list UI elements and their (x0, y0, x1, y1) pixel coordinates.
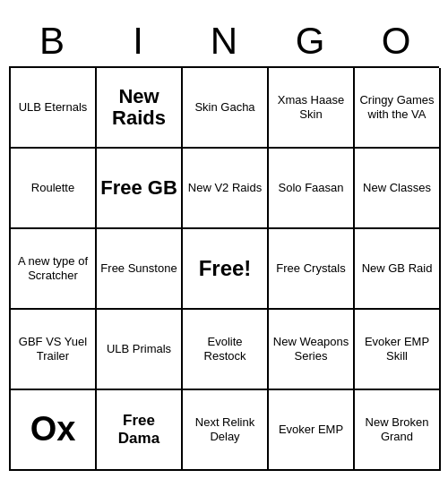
bingo-cell-11: Free Sunstone (97, 229, 183, 310)
bingo-cell-16: ULB Primals (97, 310, 183, 390)
cell-text-6: Free GB (100, 177, 177, 199)
bingo-cell-24: New Broken Grand (355, 390, 441, 471)
cell-text-3: Xmas Haase Skin (272, 93, 349, 121)
bingo-card: BINGO ULB EternalsNew RaidsSkin GachaXma… (9, 16, 439, 471)
bingo-cell-17: Evolite Restock (183, 310, 269, 390)
cell-text-15: GBF VS Yuel Trailer (14, 335, 91, 363)
bingo-cell-15: GBF VS Yuel Trailer (11, 310, 97, 390)
bingo-cell-10: A new type of Scratcher (11, 229, 97, 310)
cell-text-2: Skin Gacha (194, 100, 254, 115)
bingo-cell-14: New GB Raid (355, 229, 441, 310)
bingo-cell-1: New Raids (97, 68, 183, 149)
bingo-cell-4: Cringy Games with the VA (355, 68, 441, 149)
bingo-cell-0: ULB Eternals (11, 68, 97, 149)
bingo-cell-7: New V2 Raids (183, 149, 269, 229)
cell-text-9: New Classes (363, 181, 431, 195)
cell-text-11: Free Sunstone (100, 261, 177, 276)
bingo-header: BINGO (9, 16, 439, 66)
bingo-cell-12: Free! (183, 229, 269, 310)
cell-text-7: New V2 Raids (188, 181, 262, 195)
cell-text-0: ULB Eternals (19, 100, 88, 115)
cell-text-22: Next Relink Delay (186, 415, 263, 443)
bingo-cell-2: Skin Gacha (183, 68, 269, 149)
bingo-cell-6: Free GB (97, 149, 183, 229)
cell-text-18: New Weapons Series (272, 335, 349, 363)
bingo-cell-22: Next Relink Delay (183, 390, 269, 471)
bingo-letter-b: B (13, 20, 91, 63)
bingo-grid: ULB EternalsNew RaidsSkin GachaXmas Haas… (9, 66, 439, 471)
cell-text-20: Ox (30, 409, 76, 450)
cell-text-5: Roulette (31, 181, 74, 195)
bingo-cell-18: New Weapons Series (269, 310, 355, 390)
cell-text-16: ULB Primals (107, 342, 171, 356)
cell-text-23: Evoker EMP (279, 423, 343, 437)
bingo-cell-21: Free Dama (97, 390, 183, 471)
bingo-cell-13: Free Crystals (269, 229, 355, 310)
cell-text-19: Evoker EMP Skill (358, 335, 435, 363)
bingo-letter-n: N (185, 20, 263, 63)
cell-text-12: Free! (199, 256, 252, 282)
cell-text-10: A new type of Scratcher (14, 254, 91, 282)
cell-text-13: Free Crystals (276, 261, 345, 276)
bingo-letter-i: I (99, 20, 177, 63)
cell-text-17: Evolite Restock (186, 335, 263, 363)
cell-text-8: Solo Faasan (279, 181, 344, 195)
bingo-cell-8: Solo Faasan (269, 149, 355, 229)
bingo-cell-3: Xmas Haase Skin (269, 68, 355, 149)
bingo-cell-9: New Classes (355, 149, 441, 229)
bingo-letter-o: O (357, 20, 435, 63)
bingo-cell-20: Ox (11, 390, 97, 471)
bingo-cell-5: Roulette (11, 149, 97, 229)
cell-text-4: Cringy Games with the VA (358, 93, 435, 121)
cell-text-14: New GB Raid (362, 261, 433, 276)
cell-text-21: Free Dama (100, 412, 177, 447)
bingo-cell-19: Evoker EMP Skill (355, 310, 441, 390)
bingo-cell-23: Evoker EMP (269, 390, 355, 471)
bingo-letter-g: G (271, 20, 349, 63)
cell-text-1: New Raids (100, 86, 177, 129)
cell-text-24: New Broken Grand (358, 415, 435, 443)
